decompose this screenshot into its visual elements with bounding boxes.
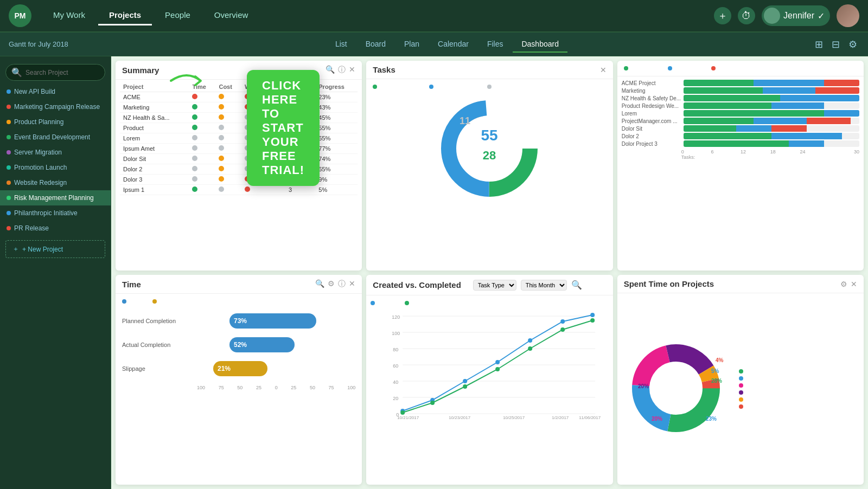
close-icon[interactable]: ✕ xyxy=(851,280,857,288)
tab-dashboard[interactable]: Dashboard xyxy=(513,36,567,53)
sidebar-item-new-api[interactable]: New API Build xyxy=(0,84,111,99)
gantt-row: ProjectManager.com ... xyxy=(622,118,859,124)
spent-time-svg: 5% 4% 28% 23% 20% 20% xyxy=(622,334,730,442)
svg-point-22 xyxy=(463,379,467,383)
sidebar-item-server-migration[interactable]: Server Migration xyxy=(0,145,111,160)
search-input[interactable] xyxy=(25,69,99,76)
spent-time-donut: 5% 4% 28% 23% 20% 20% xyxy=(622,334,730,445)
sidebar-item-risk-management[interactable]: Risk Management Planning xyxy=(0,190,111,205)
project-dot xyxy=(7,105,11,109)
table-row: ACME 7 23% xyxy=(120,92,358,102)
grid-view-btn[interactable]: ⊞ xyxy=(813,36,825,53)
in-progress-dot xyxy=(429,85,433,89)
filter-btn[interactable]: ⊟ xyxy=(829,36,842,53)
info-icon[interactable]: ⓘ xyxy=(338,279,346,289)
time-body: Ahead Behind Planned Completion xyxy=(116,294,362,485)
nav-my-work[interactable]: My Work xyxy=(42,6,96,25)
search-box[interactable]: 🔍 xyxy=(5,64,105,81)
sidebar-item-marketing[interactable]: Marketing Campaign Release xyxy=(0,99,111,114)
search-icon[interactable]: 🔍 xyxy=(571,280,582,290)
tab-board[interactable]: Board xyxy=(357,36,394,53)
tasks-gantt-body: ACME Project Marketing NZ Health & Safet… xyxy=(617,76,864,271)
search-icon[interactable]: 🔍 xyxy=(315,279,324,289)
legend-gantt-completed: Completed xyxy=(624,65,659,72)
timer-button[interactable]: ⏱ xyxy=(738,7,755,24)
app-logo[interactable]: PM xyxy=(9,4,31,27)
sidebar-item-pr-release[interactable]: PR Release xyxy=(0,221,111,236)
close-icon[interactable]: ✕ xyxy=(599,280,607,290)
period-select[interactable]: This Month xyxy=(521,280,567,291)
table-row: Dolor 2 11 65% xyxy=(120,164,358,175)
spent-time-actions: ⚙ ✕ xyxy=(840,280,857,288)
project-dot xyxy=(7,211,11,215)
info-icon[interactable]: ⓘ xyxy=(586,279,595,291)
close-icon[interactable]: ✕ xyxy=(600,66,607,74)
user-check-icon: ✓ xyxy=(818,11,825,21)
table-row: Product 4 55% xyxy=(120,123,358,133)
gantt-row: ACME Project xyxy=(622,80,859,86)
not-started-dot xyxy=(487,85,492,89)
summary-header: Summary 🔍 ⓘ ✕ xyxy=(116,61,362,80)
nav-overview[interactable]: Overview xyxy=(203,6,259,25)
nav-projects[interactable]: Projects xyxy=(98,6,152,25)
table-row: Marketing 7 43% xyxy=(120,102,358,113)
project-dot xyxy=(7,89,11,94)
settings-icon[interactable]: ⚙ xyxy=(840,280,847,288)
tab-calendar[interactable]: Calendar xyxy=(429,36,477,53)
gantt-legend: Completed Remaining Overdue xyxy=(624,65,741,72)
svg-text:5%: 5% xyxy=(711,368,719,374)
add-button[interactable]: ＋ xyxy=(714,7,731,24)
sidebar-item-philanthropic[interactable]: Philanthropic Initiative xyxy=(0,205,111,221)
spent-time-header: Spent Time on Projects ⚙ ✕ xyxy=(617,275,864,293)
nav-people[interactable]: People xyxy=(154,6,201,25)
svg-point-33 xyxy=(590,318,595,323)
settings-icon[interactable]: ⚙ xyxy=(328,279,335,289)
username: Jennifer xyxy=(783,11,814,21)
svg-text:1/2/2017: 1/2/2017 xyxy=(552,415,569,419)
time-x-axis: 100 75 50 25 0 25 50 75 100 xyxy=(122,385,355,390)
project-dot xyxy=(7,150,11,155)
sidebar-item-product-planning[interactable]: Product Planning xyxy=(0,114,111,130)
search-icon[interactable]: 🔍 xyxy=(326,65,335,75)
svg-text:10/23/2017: 10/23/2017 xyxy=(449,415,471,419)
actual-row: Actual Completion 52% xyxy=(122,337,355,352)
svg-text:20%: 20% xyxy=(638,383,649,389)
sidebar: 🔍 New API Build Marketing Campaign Relea… xyxy=(0,56,111,489)
settings-btn[interactable]: ⚙ xyxy=(846,36,859,53)
svg-point-25 xyxy=(560,319,565,324)
close-icon[interactable]: ✕ xyxy=(349,65,355,75)
sidebar-item-promotion-launch[interactable]: Promotion Launch xyxy=(0,160,111,175)
svg-text:11: 11 xyxy=(459,115,470,126)
project-dot xyxy=(7,135,11,139)
legend-behind: Behind xyxy=(152,298,177,305)
sub-nav: Gantt for July 2018 List Board Plan Cale… xyxy=(0,33,868,56)
svg-text:120: 120 xyxy=(392,314,400,320)
task-type-select[interactable]: Task Type xyxy=(473,280,516,291)
gantt-row: Dolor Project 3 xyxy=(622,140,859,147)
cta-banner[interactable]: CLICK HERE TO START YOUR FREE TRIAL! xyxy=(247,70,320,186)
svg-point-27 xyxy=(400,410,405,415)
sidebar-item-website-redesign[interactable]: Website Redesign xyxy=(0,175,111,190)
project-dot xyxy=(7,120,11,124)
tasks-gantt-header: Completed Remaining Overdue xyxy=(617,61,864,76)
cta-text: CLICK HERE TO START YOUR FREE TRIAL! xyxy=(262,79,304,177)
new-project-button[interactable]: ＋ + New Project xyxy=(5,240,105,258)
slippage-bar: 21% xyxy=(213,361,267,376)
tab-files[interactable]: Files xyxy=(478,36,512,53)
time-title: Time xyxy=(122,280,141,289)
svg-point-28 xyxy=(430,401,435,405)
user-badge[interactable]: Jennifer ✓ xyxy=(762,5,830,26)
project-dot xyxy=(7,226,11,230)
svg-point-26 xyxy=(590,313,595,317)
content-area: CLICK HERE TO START YOUR FREE TRIAL! Sum… xyxy=(111,56,868,489)
svg-text:80: 80 xyxy=(393,347,398,352)
info-icon[interactable]: ⓘ xyxy=(338,65,346,75)
sidebar-item-event-brand[interactable]: Event Brand Development xyxy=(0,130,111,145)
col-cost: Cost xyxy=(215,82,241,92)
tab-plan[interactable]: Plan xyxy=(395,36,428,53)
gantt-row: Dolor 2 xyxy=(622,133,859,139)
svg-text:40: 40 xyxy=(393,379,398,385)
legend-gantt-remaining: Remaining xyxy=(668,65,703,72)
tab-list[interactable]: List xyxy=(327,36,356,53)
close-icon[interactable]: ✕ xyxy=(349,279,355,289)
